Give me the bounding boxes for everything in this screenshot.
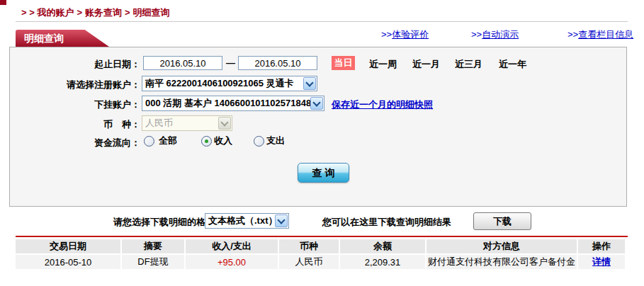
breadcrumb-item-details-query[interactable]: 明细查询: [133, 7, 170, 18]
download-format-select[interactable]: 文本格式（.txt）: [205, 213, 289, 229]
date-from-input[interactable]: [143, 56, 222, 70]
radio-income-label[interactable]: 收入: [214, 135, 232, 147]
currency-value: 人民币: [142, 117, 218, 130]
download-format-value: 文本格式（.txt）: [205, 214, 275, 227]
cell-action: 详情: [578, 255, 625, 269]
currency-select-disabled: 人民币: [142, 115, 232, 131]
registered-account-value: 南平 6222001406100921065 灵通卡: [142, 77, 303, 90]
details-query-page: > > 我的账户>账务查询>明细查询 明细查询 >>体验评价 >>自动演示 >>…: [0, 0, 644, 286]
quick-range-month[interactable]: 近一月: [412, 58, 440, 71]
chevron-down-icon: [218, 117, 231, 130]
date-separator: —: [226, 57, 235, 68]
table-top-rule: [16, 236, 628, 237]
link-arrows: >>: [567, 29, 578, 40]
registered-account-label: 请选择注册账户：: [14, 79, 140, 91]
table-row: 2016-05-10 DF提现 +95.00 人民币 2,209.31 财付通支…: [16, 255, 625, 269]
chevron-down-icon[interactable]: [275, 214, 288, 227]
sub-account-label: 下挂账户：: [14, 98, 140, 111]
quick-range-today-active[interactable]: 当日: [332, 56, 355, 70]
fund-flow-radio-group: 全部 收入 支出: [142, 135, 285, 147]
header-divider: [16, 21, 628, 22]
corner-decoration: [0, 0, 6, 5]
col-header-action: 操作: [578, 239, 625, 253]
save-snapshot-link[interactable]: 保存近一个月的明细快照: [332, 98, 433, 111]
cell-currency: 人民币: [279, 255, 339, 269]
breadcrumb-separator: >: [122, 7, 133, 18]
breadcrumb-item-account-query[interactable]: 账务查询: [85, 7, 122, 18]
link-label: 自动演示: [482, 29, 519, 40]
detail-link[interactable]: 详情: [592, 256, 611, 267]
link-label: 体验评价: [392, 29, 429, 40]
date-range-label: 起止日期：: [14, 58, 140, 71]
radio-all-label[interactable]: 全部: [159, 135, 177, 147]
download-format-label: 请您选择下载明细的格式: [113, 216, 215, 229]
cell-date: 2016-05-10: [16, 255, 120, 269]
download-hint: 您可以在这里下载查询明细结果: [322, 216, 451, 229]
table-header-row: 交易日期 摘要 收入/支出 币种 余额 对方信息 操作: [16, 239, 625, 253]
fund-flow-label: 资金流向：: [14, 137, 140, 149]
quick-range-year[interactable]: 近一年: [499, 58, 526, 71]
breadcrumb: > > 我的账户>账务查询>明细查询: [21, 6, 170, 19]
transactions-table: 交易日期 摘要 收入/支出 币种 余额 对方信息 操作 2016-05-10 D…: [14, 238, 626, 270]
chevron-down-icon[interactable]: [310, 97, 323, 110]
col-header-counterparty: 对方信息: [426, 239, 577, 253]
experience-rating-link[interactable]: >>体验评价: [381, 28, 429, 41]
chevron-down-icon[interactable]: [303, 77, 316, 90]
currency-label: 币 种：: [14, 118, 140, 131]
date-to-input[interactable]: [238, 56, 317, 70]
cell-amount: +95.00: [186, 255, 278, 269]
col-header-currency: 币种: [279, 239, 339, 253]
sub-account-select[interactable]: 000 活期 基本户 1406600101102571848: [142, 96, 324, 111]
link-arrows: >>: [381, 29, 392, 40]
auto-demo-link[interactable]: >>自动演示: [471, 28, 519, 41]
page-title-tab: 明细查询: [16, 30, 109, 47]
quick-range-quarter[interactable]: 近三月: [455, 58, 482, 71]
quick-range-week[interactable]: 近一周: [369, 58, 397, 71]
radio-all[interactable]: [144, 136, 154, 147]
sub-account-value: 000 活期 基本户 1406600101102571848: [142, 97, 310, 110]
breadcrumb-item-my-account[interactable]: 我的账户: [37, 7, 74, 18]
col-header-date: 交易日期: [16, 239, 120, 253]
radio-expense[interactable]: [254, 136, 264, 147]
breadcrumb-separator: >: [74, 7, 85, 18]
cell-counterparty: 财付通支付科技有限公司客户备付金: [426, 255, 577, 269]
col-header-amount: 收入/支出: [186, 239, 278, 253]
cell-balance: 2,209.31: [340, 255, 425, 269]
col-header-balance: 余额: [340, 239, 425, 253]
breadcrumb-prefix: > >: [21, 7, 35, 18]
download-button[interactable]: 下载: [473, 212, 531, 230]
query-button[interactable]: 查 询: [298, 163, 349, 183]
registered-account-select[interactable]: 南平 6222001406100921065 灵通卡: [142, 76, 317, 91]
cell-summary: DF提现: [122, 255, 184, 269]
link-arrows: >>: [471, 29, 482, 40]
radio-expense-label[interactable]: 支出: [266, 135, 285, 147]
radio-income-checked[interactable]: [201, 136, 212, 147]
view-column-info-link[interactable]: >>查看栏目信息: [567, 28, 633, 41]
col-header-summary: 摘要: [122, 239, 184, 253]
link-label: 查看栏目信息: [578, 29, 633, 40]
